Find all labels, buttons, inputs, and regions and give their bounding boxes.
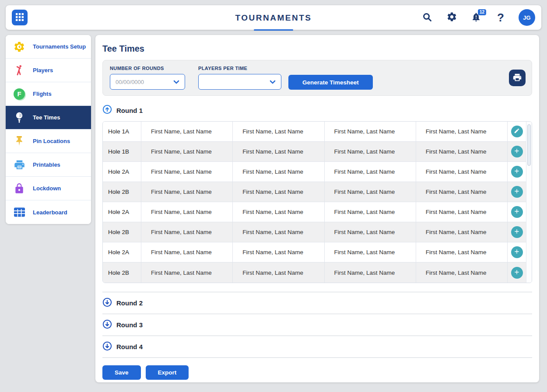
search-icon: [422, 12, 432, 24]
f-circle-icon: F: [13, 88, 26, 100]
row-action-cell: [508, 142, 526, 161]
row-action-cell: [508, 222, 526, 242]
chevron-down-icon: [173, 78, 179, 86]
round1-table-body: Hole 1AFirst Name, Last NameFirst Name, …: [103, 122, 526, 283]
notifications-button[interactable]: 12: [470, 11, 483, 24]
player-name-cell: First Name, Last Name: [325, 202, 416, 222]
help-button[interactable]: ?: [494, 11, 507, 24]
app-grid-icon: [16, 13, 24, 22]
table-row: Hole 2AFirst Name, Last NameFirst Name, …: [103, 202, 526, 222]
row-action-cell: [508, 182, 526, 202]
add-player-button[interactable]: [511, 166, 523, 178]
hole-label: Hole 1A: [103, 122, 141, 141]
table-row: Hole 2BFirst Name, Last NameFirst Name, …: [103, 182, 526, 202]
hole-label: Hole 2B: [103, 182, 141, 202]
player-name-cell: First Name, Last Name: [141, 122, 233, 141]
sidebar-item-leaderboard[interactable]: Leaderboard: [6, 200, 91, 224]
player-name-cell: First Name, Last Name: [233, 242, 324, 262]
round4-toggle[interactable]: Round 4: [102, 336, 532, 358]
player-name-cell: First Name, Last Name: [325, 122, 416, 141]
player-name-cell: First Name, Last Name: [141, 262, 233, 283]
settings-button[interactable]: [445, 11, 458, 24]
hole-label: Hole 2A: [103, 162, 141, 182]
player-name-cell: First Name, Last Name: [416, 242, 508, 262]
save-button[interactable]: Save: [102, 365, 141, 380]
expand-down-icon: [102, 341, 112, 353]
player-name-cell: First Name, Last Name: [141, 222, 233, 242]
players-per-time-select[interactable]: [198, 74, 281, 90]
gear-icon: [446, 11, 457, 24]
hole-label: Hole 2A: [103, 242, 141, 262]
edit-row-button[interactable]: [511, 126, 523, 137]
table-row: Hole 1BFirst Name, Last NameFirst Name, …: [103, 142, 526, 162]
round1-label: Round 1: [116, 107, 143, 114]
plus-icon: [513, 269, 520, 277]
top-bar: TOURNAMENTS: [6, 5, 541, 30]
number-of-rounds-label: NUMBER OF ROUNDS: [110, 66, 185, 71]
player-name-cell: First Name, Last Name: [325, 142, 416, 161]
player-name-cell: First Name, Last Name: [141, 202, 233, 222]
add-player-button[interactable]: [511, 226, 523, 238]
players-per-time-label: PLAYERS PER TIME: [198, 66, 281, 71]
sidebar-item-flights[interactable]: F Flights: [6, 82, 91, 106]
sidebar-item-label: Pin Locations: [33, 138, 70, 144]
grid-table-icon: [13, 207, 26, 217]
table-scrollbar-thumb[interactable]: [527, 124, 531, 166]
player-name-cell: First Name, Last Name: [416, 142, 508, 161]
round2-label: Round 2: [116, 299, 143, 307]
round3-toggle[interactable]: Round 3: [102, 314, 532, 336]
app-grid-button[interactable]: [12, 10, 28, 25]
add-player-button[interactable]: [511, 246, 523, 258]
add-player-button[interactable]: [511, 146, 523, 158]
export-button[interactable]: Export: [146, 365, 189, 380]
player-name-cell: First Name, Last Name: [141, 182, 233, 202]
table-row: Hole 2AFirst Name, Last NameFirst Name, …: [103, 242, 526, 262]
sidebar-item-tee-times[interactable]: Tee Times: [6, 106, 91, 130]
round2-toggle[interactable]: Round 2: [102, 292, 532, 314]
player-name-cell: First Name, Last Name: [233, 142, 324, 161]
number-of-rounds-select[interactable]: 00/00/0000: [110, 74, 185, 90]
sidebar-item-printables[interactable]: Printables: [6, 153, 91, 177]
plus-icon: [513, 147, 520, 156]
round3-label: Round 3: [116, 321, 143, 329]
player-name-cell: First Name, Last Name: [141, 142, 233, 161]
player-name-cell: First Name, Last Name: [416, 162, 508, 182]
printer-icon: [13, 159, 26, 171]
help-icon: ?: [497, 12, 504, 23]
tee-times-table: Hole 1AFirst Name, Last NameFirst Name, …: [102, 121, 532, 283]
add-player-button[interactable]: [511, 267, 523, 279]
sidebar-item-tournaments-setup[interactable]: Tournaments Setup: [6, 35, 91, 59]
edit-pencil-icon: [514, 128, 520, 135]
round1-toggle[interactable]: Round 1: [102, 105, 532, 116]
generate-timesheet-button[interactable]: Generate Timesheet: [288, 75, 373, 90]
add-player-button[interactable]: [511, 206, 523, 218]
player-name-cell: First Name, Last Name: [325, 222, 416, 242]
sidebar-item-label: Tee Times: [33, 114, 60, 121]
chevron-down-icon: [270, 78, 276, 86]
plus-icon: [513, 228, 520, 236]
table-row: Hole 2BFirst Name, Last NameFirst Name, …: [103, 222, 526, 242]
sidebar-item-pin-locations[interactable]: Pin Locations: [6, 130, 91, 153]
row-action-cell: [508, 262, 526, 283]
user-avatar[interactable]: JG: [519, 9, 535, 26]
player-name-cell: First Name, Last Name: [416, 222, 508, 242]
expand-down-icon: [102, 298, 112, 309]
player-name-cell: First Name, Last Name: [233, 262, 324, 283]
sidebar-item-label: Leaderboard: [33, 209, 67, 216]
plus-icon: [513, 208, 520, 216]
add-player-button[interactable]: [511, 186, 523, 198]
sidebar-item-lockdown[interactable]: Lockdown: [6, 177, 91, 200]
sidebar-item-label: Tournaments Setup: [33, 43, 86, 50]
player-name-cell: First Name, Last Name: [233, 222, 324, 242]
tee-times-form: NUMBER OF ROUNDS 00/00/0000 PLAYERS PER …: [102, 60, 532, 96]
player-name-cell: First Name, Last Name: [141, 162, 233, 182]
round4-label: Round 4: [116, 343, 143, 350]
player-name-cell: First Name, Last Name: [416, 122, 508, 141]
print-button[interactable]: [509, 70, 526, 86]
sidebar-item-label: Printables: [33, 161, 60, 168]
collapsed-rounds-list: Round 2 Round 3 Round 4: [102, 292, 532, 358]
search-button[interactable]: [421, 11, 434, 24]
table-row: Hole 1AFirst Name, Last NameFirst Name, …: [103, 122, 526, 142]
lock-icon: [13, 183, 26, 194]
sidebar-item-players[interactable]: Players: [6, 59, 91, 82]
